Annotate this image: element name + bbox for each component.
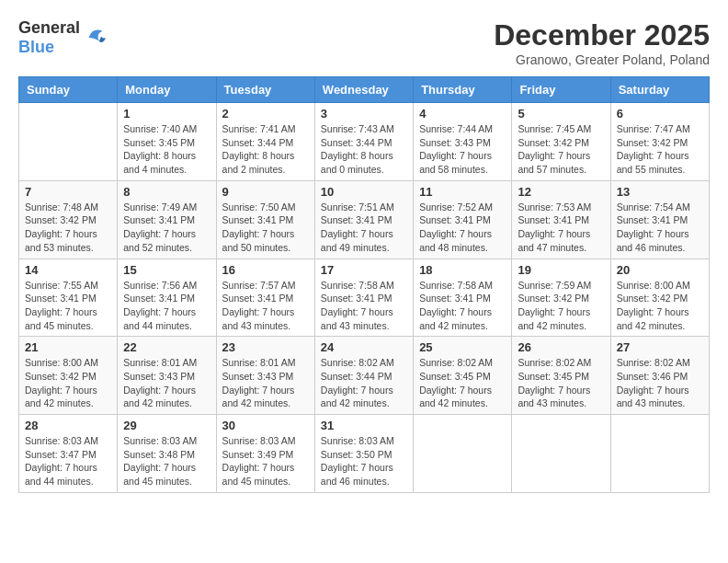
- day-number: 12: [518, 185, 604, 199]
- day-number: 29: [123, 419, 210, 432]
- cell-info: Sunrise: 7:57 AM Sunset: 3:41 PM Dayligh…: [222, 279, 309, 333]
- calendar-cell: 28Sunrise: 8:03 AM Sunset: 3:47 PM Dayli…: [19, 415, 118, 493]
- cell-info: Sunrise: 7:45 AM Sunset: 3:42 PM Dayligh…: [518, 122, 604, 177]
- day-number: 19: [518, 263, 604, 277]
- day-number: 14: [25, 263, 111, 277]
- cell-info: Sunrise: 7:56 AM Sunset: 3:41 PM Dayligh…: [123, 279, 210, 333]
- day-number: 21: [25, 340, 111, 354]
- calendar-header-row: SundayMondayTuesdayWednesdayThursdayFrid…: [19, 77, 710, 103]
- calendar-cell: 30Sunrise: 8:03 AM Sunset: 3:49 PM Dayli…: [216, 415, 314, 493]
- calendar-cell: 11Sunrise: 7:52 AM Sunset: 3:41 PM Dayli…: [414, 180, 512, 259]
- calendar-cell: 21Sunrise: 8:00 AM Sunset: 3:42 PM Dayli…: [19, 337, 118, 415]
- cell-info: Sunrise: 8:01 AM Sunset: 3:43 PM Dayligh…: [222, 356, 309, 410]
- calendar-cell: [19, 103, 118, 181]
- month-title: December 2025: [494, 18, 710, 52]
- day-number: 10: [321, 185, 407, 199]
- calendar-cell: 22Sunrise: 8:01 AM Sunset: 3:43 PM Dayli…: [118, 337, 216, 415]
- day-number: 28: [25, 419, 111, 432]
- day-number: 3: [321, 107, 407, 121]
- cell-info: Sunrise: 8:02 AM Sunset: 3:45 PM Dayligh…: [518, 356, 604, 410]
- calendar-cell: 16Sunrise: 7:57 AM Sunset: 3:41 PM Dayli…: [216, 259, 314, 337]
- cell-info: Sunrise: 8:01 AM Sunset: 3:43 PM Dayligh…: [123, 356, 210, 410]
- calendar-cell: 24Sunrise: 8:02 AM Sunset: 3:44 PM Dayli…: [314, 337, 413, 415]
- location-subtitle: Granowo, Greater Poland, Poland: [494, 52, 710, 67]
- day-number: 15: [123, 263, 210, 277]
- logo-blue: Blue: [18, 38, 54, 56]
- calendar-cell: [512, 415, 610, 493]
- calendar-cell: 25Sunrise: 8:02 AM Sunset: 3:45 PM Dayli…: [414, 337, 512, 415]
- calendar-cell: 8Sunrise: 7:49 AM Sunset: 3:41 PM Daylig…: [118, 180, 216, 259]
- calendar-week-row: 1Sunrise: 7:40 AM Sunset: 3:45 PM Daylig…: [19, 103, 710, 181]
- day-number: 22: [123, 340, 210, 354]
- day-number: 6: [617, 107, 703, 121]
- cell-info: Sunrise: 7:58 AM Sunset: 3:41 PM Dayligh…: [321, 279, 407, 333]
- logo-text: General Blue: [18, 18, 80, 57]
- cell-info: Sunrise: 8:02 AM Sunset: 3:44 PM Dayligh…: [321, 356, 407, 410]
- cell-info: Sunrise: 7:50 AM Sunset: 3:41 PM Dayligh…: [222, 201, 309, 255]
- day-number: 2: [222, 107, 309, 121]
- day-header-wednesday: Wednesday: [314, 77, 413, 103]
- day-header-tuesday: Tuesday: [216, 77, 314, 103]
- logo-general: General: [18, 18, 80, 37]
- calendar-cell: 4Sunrise: 7:44 AM Sunset: 3:43 PM Daylig…: [414, 103, 512, 181]
- cell-info: Sunrise: 7:58 AM Sunset: 3:41 PM Dayligh…: [419, 279, 506, 333]
- cell-info: Sunrise: 8:00 AM Sunset: 3:42 PM Dayligh…: [25, 356, 111, 410]
- calendar-cell: [610, 415, 709, 493]
- calendar-cell: 10Sunrise: 7:51 AM Sunset: 3:41 PM Dayli…: [314, 180, 413, 259]
- day-number: 26: [518, 340, 604, 354]
- cell-info: Sunrise: 8:00 AM Sunset: 3:42 PM Dayligh…: [617, 279, 703, 333]
- calendar-cell: 26Sunrise: 8:02 AM Sunset: 3:45 PM Dayli…: [512, 337, 610, 415]
- calendar-cell: 29Sunrise: 8:03 AM Sunset: 3:48 PM Dayli…: [118, 415, 216, 493]
- day-number: 13: [617, 185, 703, 199]
- calendar-cell: 6Sunrise: 7:47 AM Sunset: 3:42 PM Daylig…: [610, 103, 709, 181]
- cell-info: Sunrise: 8:02 AM Sunset: 3:45 PM Dayligh…: [419, 356, 506, 410]
- calendar-week-row: 28Sunrise: 8:03 AM Sunset: 3:47 PM Dayli…: [19, 415, 710, 493]
- calendar-cell: 13Sunrise: 7:54 AM Sunset: 3:41 PM Dayli…: [610, 180, 709, 259]
- cell-info: Sunrise: 7:41 AM Sunset: 3:44 PM Dayligh…: [222, 122, 309, 177]
- cell-info: Sunrise: 7:48 AM Sunset: 3:42 PM Dayligh…: [25, 201, 111, 255]
- calendar-cell: 2Sunrise: 7:41 AM Sunset: 3:44 PM Daylig…: [216, 103, 314, 181]
- cell-info: Sunrise: 8:03 AM Sunset: 3:50 PM Dayligh…: [321, 434, 407, 488]
- day-number: 20: [617, 263, 703, 277]
- calendar-week-row: 21Sunrise: 8:00 AM Sunset: 3:42 PM Dayli…: [19, 337, 710, 415]
- calendar-cell: 19Sunrise: 7:59 AM Sunset: 3:42 PM Dayli…: [512, 259, 610, 337]
- cell-info: Sunrise: 7:54 AM Sunset: 3:41 PM Dayligh…: [617, 201, 703, 255]
- cell-info: Sunrise: 7:40 AM Sunset: 3:45 PM Dayligh…: [123, 122, 210, 177]
- calendar-table: SundayMondayTuesdayWednesdayThursdayFrid…: [18, 76, 710, 493]
- calendar-cell: 15Sunrise: 7:56 AM Sunset: 3:41 PM Dayli…: [118, 259, 216, 337]
- calendar-cell: [414, 415, 512, 493]
- calendar-cell: 17Sunrise: 7:58 AM Sunset: 3:41 PM Dayli…: [314, 259, 413, 337]
- cell-info: Sunrise: 7:49 AM Sunset: 3:41 PM Dayligh…: [123, 201, 210, 255]
- day-number: 11: [419, 185, 506, 199]
- cell-info: Sunrise: 7:55 AM Sunset: 3:41 PM Dayligh…: [25, 279, 111, 333]
- day-number: 30: [222, 419, 309, 432]
- day-number: 4: [419, 107, 506, 121]
- calendar-cell: 9Sunrise: 7:50 AM Sunset: 3:41 PM Daylig…: [216, 180, 314, 259]
- calendar-week-row: 7Sunrise: 7:48 AM Sunset: 3:42 PM Daylig…: [19, 180, 710, 259]
- cell-info: Sunrise: 7:59 AM Sunset: 3:42 PM Dayligh…: [518, 279, 604, 333]
- day-number: 9: [222, 185, 309, 199]
- calendar-cell: 14Sunrise: 7:55 AM Sunset: 3:41 PM Dayli…: [19, 259, 118, 337]
- page-header: General Blue December 2025 Granowo, Grea…: [18, 18, 710, 67]
- calendar-cell: 12Sunrise: 7:53 AM Sunset: 3:41 PM Dayli…: [512, 180, 610, 259]
- logo: General Blue: [18, 18, 109, 57]
- day-number: 7: [25, 185, 111, 199]
- calendar-cell: 7Sunrise: 7:48 AM Sunset: 3:42 PM Daylig…: [19, 180, 118, 259]
- cell-info: Sunrise: 8:03 AM Sunset: 3:47 PM Dayligh…: [25, 434, 111, 488]
- calendar-cell: 1Sunrise: 7:40 AM Sunset: 3:45 PM Daylig…: [118, 103, 216, 181]
- cell-info: Sunrise: 7:47 AM Sunset: 3:42 PM Dayligh…: [617, 122, 703, 177]
- cell-info: Sunrise: 7:51 AM Sunset: 3:41 PM Dayligh…: [321, 201, 407, 255]
- day-number: 23: [222, 340, 309, 354]
- logo-bird-icon: [82, 24, 109, 52]
- calendar-cell: 18Sunrise: 7:58 AM Sunset: 3:41 PM Dayli…: [414, 259, 512, 337]
- day-number: 24: [321, 340, 407, 354]
- day-number: 16: [222, 263, 309, 277]
- calendar-cell: 23Sunrise: 8:01 AM Sunset: 3:43 PM Dayli…: [216, 337, 314, 415]
- calendar-cell: 20Sunrise: 8:00 AM Sunset: 3:42 PM Dayli…: [610, 259, 709, 337]
- title-block: December 2025 Granowo, Greater Poland, P…: [494, 18, 710, 67]
- day-number: 31: [321, 419, 407, 432]
- calendar-cell: 31Sunrise: 8:03 AM Sunset: 3:50 PM Dayli…: [314, 415, 413, 493]
- day-number: 25: [419, 340, 506, 354]
- day-number: 17: [321, 263, 407, 277]
- calendar-cell: 3Sunrise: 7:43 AM Sunset: 3:44 PM Daylig…: [314, 103, 413, 181]
